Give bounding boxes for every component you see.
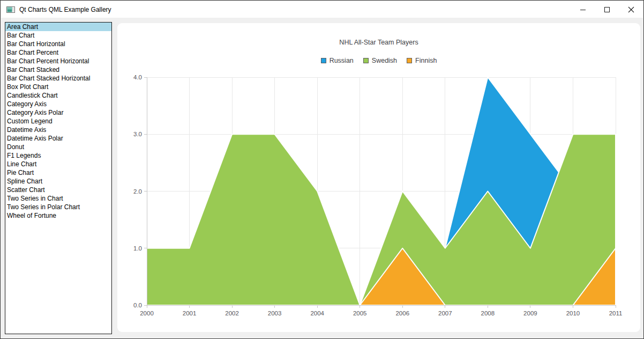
list-item-category-axis-polar[interactable]: Category Axis Polar — [5, 108, 111, 117]
svg-text:2008: 2008 — [481, 310, 495, 316]
list-item-spline-chart[interactable]: Spline Chart — [5, 177, 111, 186]
minimize-icon — [580, 6, 586, 13]
list-item-bar-chart[interactable]: Bar Chart — [5, 31, 111, 40]
list-item-bar-chart-horizontal[interactable]: Bar Chart Horizontal — [5, 40, 111, 48]
svg-text:2001: 2001 — [183, 310, 197, 316]
list-item-candlestick-chart[interactable]: Candlestick Chart — [5, 91, 111, 100]
list-item-category-axis[interactable]: Category Axis — [5, 100, 111, 108]
svg-text:2006: 2006 — [395, 310, 409, 316]
content-area: Area ChartBar ChartBar Chart HorizontalB… — [1, 18, 644, 339]
list-item-two-series-in-polar-chart[interactable]: Two Series in Polar Chart — [5, 203, 111, 211]
list-item-two-series-in-chart[interactable]: Two Series in Chart — [5, 194, 111, 203]
svg-text:2007: 2007 — [438, 310, 452, 316]
svg-text:2003: 2003 — [268, 310, 282, 316]
svg-text:1.0: 1.0 — [133, 245, 142, 252]
list-item-bar-chart-stacked[interactable]: Bar Chart Stacked — [5, 65, 111, 74]
list-item-bar-chart-percent-horizontal[interactable]: Bar Chart Percent Horizontal — [5, 57, 111, 65]
list-item-datetime-axis[interactable]: Datetime Axis — [5, 126, 111, 134]
svg-text:2011: 2011 — [609, 310, 623, 316]
svg-text:2000: 2000 — [140, 310, 154, 316]
svg-text:2.0: 2.0 — [133, 188, 142, 195]
close-button[interactable] — [619, 1, 643, 18]
list-item-f1-legends[interactable]: F1 Legends — [5, 151, 111, 160]
close-icon — [628, 6, 634, 13]
svg-text:2010: 2010 — [566, 310, 580, 316]
svg-text:0.0: 0.0 — [133, 302, 142, 308]
minimize-button[interactable] — [571, 1, 595, 18]
list-item-custom-legend[interactable]: Custom Legend — [5, 117, 111, 126]
svg-text:3.0: 3.0 — [133, 131, 142, 137]
svg-text:4.0: 4.0 — [133, 74, 142, 80]
list-item-bar-chart-percent[interactable]: Bar Chart Percent — [5, 48, 111, 57]
title-bar[interactable]: Qt Charts QML Example Gallery — [1, 1, 643, 18]
maximize-icon — [604, 6, 610, 13]
list-item-scatter-chart[interactable]: Scatter Chart — [5, 186, 111, 194]
svg-text:2002: 2002 — [225, 310, 239, 316]
app-window: Qt Charts QML Example Gallery Area Chart… — [0, 0, 644, 339]
app-icon — [6, 5, 15, 14]
chart-pane: NHL All-Star Team Players RussianSwedish… — [117, 23, 640, 332]
list-item-line-chart[interactable]: Line Chart — [5, 160, 111, 168]
example-list[interactable]: Area ChartBar ChartBar Chart HorizontalB… — [5, 22, 112, 334]
maximize-button[interactable] — [595, 1, 619, 18]
list-item-wheel-of-fortune[interactable]: Wheel of Fortune — [5, 211, 111, 220]
list-item-area-chart[interactable]: Area Chart — [5, 23, 111, 31]
svg-text:2009: 2009 — [523, 310, 537, 316]
window-title: Qt Charts QML Example Gallery — [19, 6, 111, 13]
list-item-pie-chart[interactable]: Pie Chart — [5, 168, 111, 177]
list-item-box-plot-chart[interactable]: Box Plot Chart — [5, 83, 111, 91]
list-item-datetime-axis-polar[interactable]: Datetime Axis Polar — [5, 134, 111, 143]
svg-text:2004: 2004 — [310, 310, 324, 316]
list-item-donut[interactable]: Donut — [5, 143, 111, 151]
svg-text:2005: 2005 — [353, 310, 367, 316]
area-chart-canvas: 0.01.02.03.04.02000200120022003200420052… — [117, 23, 640, 332]
list-item-bar-chart-stacked-horizontal[interactable]: Bar Chart Stacked Horizontal — [5, 74, 111, 83]
